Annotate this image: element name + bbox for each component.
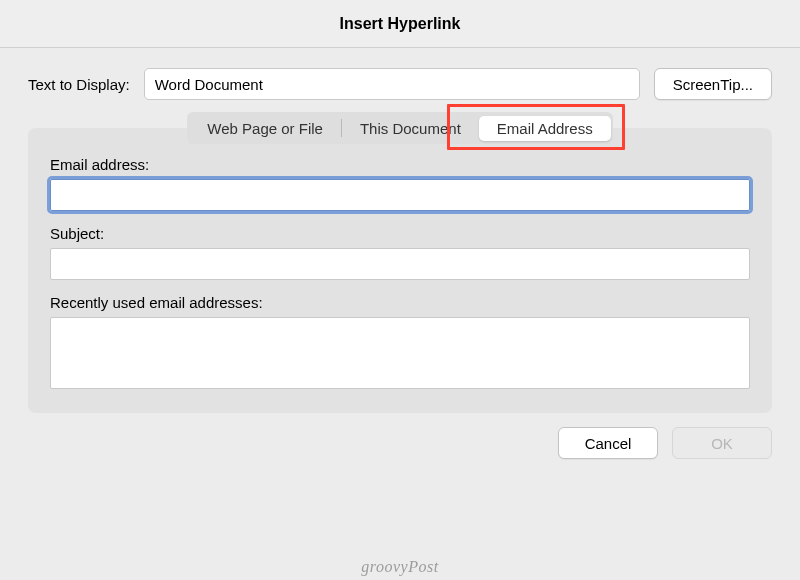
tab-email-address[interactable]: Email Address [479, 116, 611, 141]
screentip-button[interactable]: ScreenTip... [654, 68, 772, 100]
email-address-input[interactable] [50, 179, 750, 211]
email-address-label: Email address: [50, 156, 750, 173]
recent-field-row: Recently used email addresses: [50, 294, 750, 389]
subject-label: Subject: [50, 225, 750, 242]
watermark-text: groovyPost [361, 558, 438, 576]
tab-segmented-control: Web Page or File This Document Email Add… [187, 112, 612, 144]
subject-field-row: Subject: [50, 225, 750, 280]
recent-addresses-label: Recently used email addresses: [50, 294, 750, 311]
tab-web-page-or-file[interactable]: Web Page or File [189, 116, 341, 141]
email-field-row: Email address: [50, 156, 750, 211]
display-row: Text to Display: ScreenTip... [0, 48, 800, 112]
text-to-display-input[interactable] [144, 68, 640, 100]
form-panel: Email address: Subject: Recently used em… [28, 128, 772, 413]
recent-addresses-list[interactable] [50, 317, 750, 389]
cancel-button[interactable]: Cancel [558, 427, 658, 459]
subject-input[interactable] [50, 248, 750, 280]
dialog-buttons-row: Cancel OK [0, 413, 800, 459]
dialog-title: Insert Hyperlink [0, 0, 800, 48]
tabs-row: Web Page or File This Document Email Add… [28, 112, 772, 144]
ok-button: OK [672, 427, 772, 459]
tab-this-document[interactable]: This Document [342, 116, 479, 141]
text-to-display-label: Text to Display: [28, 76, 130, 93]
